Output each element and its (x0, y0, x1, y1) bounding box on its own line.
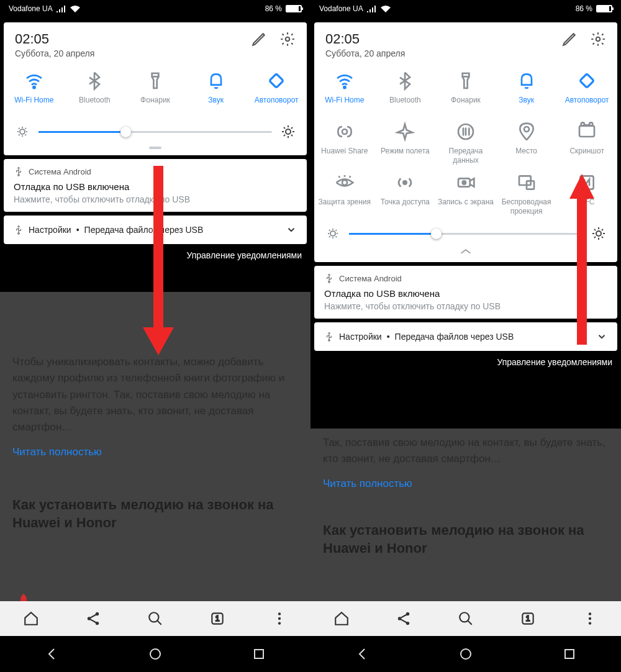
toggle-screen-record[interactable]: Запись с экрана (435, 173, 496, 216)
toggle-label: Wi-Fi Home (325, 96, 364, 114)
svg-point-18 (278, 622, 281, 624)
toggle-eye-comfort[interactable]: Защита зрения (314, 173, 375, 216)
notification-usb-settings[interactable]: Настройки • Передача файлов через USB (314, 322, 617, 351)
toggle-autorotate[interactable]: Автоповорот (246, 71, 307, 114)
more-icon[interactable] (582, 611, 598, 627)
phone-left: HUAWEI Чтобы уникализировать контакты, м… (0, 0, 310, 672)
toggle-label: Звук (208, 96, 224, 114)
status-bar: Vodafone UA 86 % (310, 0, 621, 17)
svg-point-52 (589, 622, 591, 624)
toggle-airplane[interactable]: Режим полета (375, 122, 436, 165)
svg-point-41 (329, 340, 330, 342)
wifi-status-icon (381, 5, 391, 12)
slider-thumb[interactable] (431, 229, 442, 239)
usb-icon (324, 273, 334, 283)
toggle-bluetooth[interactable]: Bluetooth (65, 71, 125, 114)
record-icon (456, 173, 476, 193)
notif-title: Отладка по USB включена (14, 181, 297, 192)
svg-rect-54 (565, 650, 574, 658)
share-icon[interactable] (85, 611, 101, 627)
toggle-sound[interactable]: Звук (186, 71, 247, 114)
carrier-label: Vodafone UA (9, 4, 53, 13)
usb-icon (14, 166, 24, 176)
wifi-icon (335, 71, 355, 91)
status-bar: Vodafone UA 86 % (0, 0, 310, 17)
quick-toggles-row3: Защита зрения Точка доступа Запись с экр… (314, 168, 617, 219)
usb-icon (324, 332, 334, 342)
collapse-chevron[interactable] (314, 243, 617, 256)
edit-icon[interactable] (561, 31, 578, 47)
brightness-slider[interactable] (4, 117, 307, 142)
nav-back-icon[interactable] (44, 647, 59, 661)
manage-notifications-link[interactable]: Управление уведомлениями (0, 244, 310, 260)
toggle-flashlight[interactable]: Фонарик (125, 71, 186, 114)
toggle-location[interactable]: Место (496, 122, 557, 165)
svg-rect-23 (463, 73, 469, 76)
toggle-wifi[interactable]: Wi-Fi Home (4, 71, 65, 114)
svg-point-31 (342, 180, 347, 185)
nav-home-icon[interactable] (148, 647, 163, 661)
article-heading: Как установить мелодию на звонок на Huaw… (323, 521, 609, 558)
brightness-track[interactable] (39, 131, 272, 133)
toggle-label: Скриншот (569, 147, 604, 165)
svg-point-51 (589, 617, 591, 620)
toggle-label: Место (515, 147, 537, 165)
browser-toolbar: 1 (310, 601, 621, 636)
toggle-huawei-share[interactable]: Huawei Share (314, 122, 375, 165)
notif-settings-label: Настройки (29, 225, 71, 235)
brightness-track[interactable] (349, 233, 582, 235)
notif-settings-label: Настройки (339, 332, 382, 342)
read-more-link[interactable]: Читать полностью (323, 478, 609, 490)
nav-back-icon[interactable] (355, 647, 369, 661)
toggle-label: Защита зрения (319, 198, 371, 216)
rotate-icon (577, 71, 597, 91)
chevron-down-icon[interactable] (286, 224, 297, 235)
slider-thumb[interactable] (120, 127, 131, 137)
notification-system-android[interactable]: Система Android Отладка по USB включена … (314, 266, 617, 319)
toggle-bluetooth[interactable]: Bluetooth (375, 71, 436, 114)
browser-toolbar: 1 (0, 601, 310, 636)
brightness-high-icon (281, 124, 296, 139)
toggle-autorotate[interactable]: Автоповорот (556, 71, 617, 114)
drag-handle[interactable] (4, 142, 307, 149)
toggle-mobile-data[interactable]: Передача данных (435, 122, 496, 165)
home-icon[interactable] (23, 611, 39, 627)
read-more-link[interactable]: Читать полностью (12, 446, 298, 458)
shade-date: Суббота, 20 апреля (325, 48, 405, 58)
nav-recent-icon[interactable] (562, 647, 577, 661)
gear-icon[interactable] (279, 31, 296, 47)
toggle-wireless-projection[interactable]: Беспроводная проекция (496, 173, 557, 216)
svg-point-39 (596, 231, 601, 236)
more-icon[interactable] (271, 611, 288, 627)
wifi-status-icon (70, 5, 80, 12)
toggle-wifi[interactable]: Wi-Fi Home (314, 71, 375, 114)
home-icon[interactable] (333, 611, 350, 627)
chevron-down-icon[interactable] (596, 331, 607, 342)
tabs-icon[interactable]: 1 (520, 611, 536, 627)
notification-usb-settings[interactable]: Настройки • Передача файлов через USB (4, 216, 307, 244)
rotate-icon (266, 71, 286, 91)
toggle-sound[interactable]: Звук (496, 71, 557, 114)
manage-notifications-link[interactable]: Управление уведомлениями (310, 351, 621, 367)
edit-icon[interactable] (251, 31, 267, 47)
toggle-label: Фонарик (451, 96, 481, 114)
toggle-screenshot[interactable]: Скриншот (556, 122, 617, 165)
toggle-nfc[interactable]: NFC (556, 173, 617, 216)
battery-icon (596, 5, 612, 12)
svg-point-16 (278, 612, 281, 615)
tabs-icon[interactable]: 1 (209, 611, 225, 627)
svg-point-32 (404, 181, 407, 184)
brightness-slider[interactable] (314, 219, 617, 243)
toggle-hotspot[interactable]: Точка доступа (375, 173, 436, 216)
notification-system-android[interactable]: Система Android Отладка по USB включена … (4, 159, 307, 212)
nfc-icon (577, 173, 597, 193)
search-icon[interactable] (147, 611, 163, 627)
gear-icon[interactable] (590, 31, 606, 47)
toggle-label: Фонарик (140, 96, 170, 114)
search-icon[interactable] (458, 611, 474, 627)
nav-home-icon[interactable] (458, 647, 473, 661)
toggle-flashlight[interactable]: Фонарик (435, 71, 496, 114)
nav-recent-icon[interactable] (252, 647, 266, 661)
bell-icon (206, 71, 226, 91)
share-icon[interactable] (396, 611, 412, 627)
